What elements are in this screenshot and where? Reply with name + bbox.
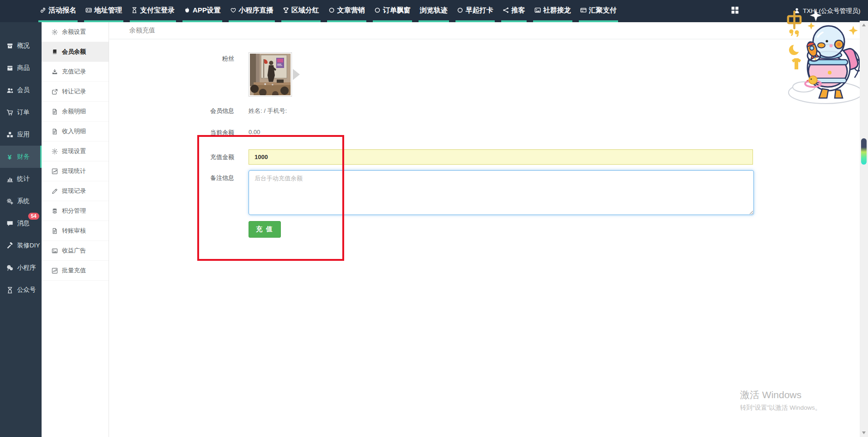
sidebar-item-4[interactable]: 应用 [0, 123, 42, 146]
fan-label: 粉丝 [109, 52, 234, 63]
scrollbar-thumb[interactable] [861, 138, 867, 165]
topnav-item-label: 支付宝登录 [140, 6, 175, 15]
fan-avatar-image[interactable] [249, 52, 292, 97]
chevron-right-decoration [293, 69, 300, 80]
sidebar-item-label: 订单 [17, 108, 30, 117]
recharge-amount-input[interactable] [249, 149, 753, 165]
address-card-icon [85, 7, 92, 13]
user-menu[interactable]: TXHL(公众号管理员) [794, 0, 861, 22]
topnav-item-label: 地址管理 [94, 6, 122, 15]
submenu-item-6[interactable]: 提现设置 [42, 142, 109, 161]
main-content: 余额充值 粉丝 [109, 22, 860, 437]
topnav-item-8[interactable]: 浏览轨迹 [419, 0, 449, 22]
sidebar-item-11[interactable]: 公众号 [0, 279, 42, 301]
sidebar-item-6[interactable]: 统计 [0, 168, 42, 190]
scrollbar-up-arrow[interactable] [860, 22, 868, 28]
gear-icon [51, 148, 58, 154]
submenu-item-12[interactable]: 批量充值 [42, 261, 109, 281]
sidebar-item-0[interactable]: 概况 [0, 35, 42, 57]
remark-textarea[interactable] [249, 170, 754, 215]
heart-icon [230, 7, 237, 13]
meeting-room-photo [250, 54, 291, 95]
cubes-icon [6, 131, 13, 138]
bar-chart-icon [6, 176, 13, 183]
submenu-item-4[interactable]: 余额明细 [42, 102, 109, 122]
credit-card-icon [580, 7, 587, 13]
topnav-item-6[interactable]: 文章营销 [327, 0, 366, 22]
submenu-item-8[interactable]: 提现记录 [42, 181, 109, 201]
scrollbar-down-arrow[interactable] [860, 430, 868, 436]
submenu-item-2[interactable]: 充值记录 [42, 62, 109, 82]
topnav-item-5[interactable]: 区域分红 [281, 0, 321, 22]
submenu-item-label: 余额明细 [62, 107, 86, 116]
grid-icon [731, 6, 739, 14]
submenu-item-label: 提现记录 [62, 187, 86, 195]
submenu-item-label: 提现统计 [62, 167, 86, 175]
user-name: TXHL(公众号管理员) [803, 7, 861, 15]
topnav-item-12[interactable]: 汇聚支付 [579, 0, 618, 22]
submenu-item-label: 收益广告 [62, 246, 86, 255]
sidebar-item-9[interactable]: 装修DIY [0, 234, 42, 257]
message-count-badge: 54 [28, 213, 39, 220]
sidebar-item-label: 消息 [17, 219, 30, 228]
recharge-amount-label: 充值金额 [109, 153, 234, 161]
sidebar-item-5[interactable]: ¥财务 [0, 146, 42, 168]
topbar: 活动报名地址管理支付宝登录APP设置小程序直播区域分红文章营销订单飘窗浏览轨迹早… [0, 0, 868, 22]
sidebar-item-label: 系统 [17, 197, 30, 205]
wechat-icon [6, 265, 13, 271]
topnav-item-0[interactable]: 活动报名 [38, 0, 78, 22]
sidebar-item-2[interactable]: 会员 [0, 79, 42, 101]
submenu-item-9[interactable]: 积分管理 [42, 201, 109, 221]
share-icon [503, 7, 509, 13]
submenu-item-11[interactable]: 收益广告 [42, 241, 109, 261]
topnav-item-11[interactable]: 社群接龙 [533, 0, 572, 22]
sidebar-item-label: 统计 [17, 175, 30, 183]
recharge-submit-button[interactable]: 充 值 [249, 221, 281, 238]
sidebar-item-3[interactable]: 订单 [0, 101, 42, 123]
form-row-balance: 当前余额 0.00 [109, 129, 860, 137]
submenu-item-0[interactable]: 余额设置 [42, 22, 109, 42]
form-row-remark: 备注信息 [109, 170, 860, 215]
sidebar-item-10[interactable]: 小程序 [0, 257, 42, 279]
sidebar-item-1[interactable]: 商品 [0, 57, 42, 79]
topnav-item-9[interactable]: 早起打卡 [455, 0, 495, 22]
topnav-item-label: 活动报名 [49, 6, 76, 15]
breadcrumb-label: 余额充值 [129, 26, 155, 35]
sidebar-item-7[interactable]: 系统 [0, 190, 42, 212]
topnav-item-label: 区域分红 [291, 6, 319, 15]
breadcrumb: 余额充值 [109, 22, 860, 39]
topnav-item-label: 订单飘窗 [383, 6, 411, 15]
hourglass-icon [6, 287, 13, 294]
submenu-item-7[interactable]: 提现统计 [42, 161, 109, 181]
submenu-item-label: 提现设置 [62, 147, 86, 155]
topnav-item-7[interactable]: 订单飘窗 [373, 0, 412, 22]
form-row-amount: 充值金额 [109, 149, 860, 165]
topnav-item-1[interactable]: 地址管理 [84, 0, 123, 22]
submenu-item-1[interactable]: 会员余额 [42, 42, 109, 62]
sidebar-item-label: 概况 [17, 42, 30, 50]
grid-menu-button[interactable] [731, 6, 739, 16]
yen-icon: ¥ [6, 154, 13, 160]
link-icon [40, 7, 46, 13]
form-row-fan: 粉丝 [109, 52, 860, 97]
sidebar-item-8[interactable]: 消息54 [0, 212, 42, 234]
topnav-item-2[interactable]: 支付宝登录 [130, 0, 176, 22]
sidebar-item-label: 应用 [17, 130, 30, 139]
file-text-icon [51, 129, 58, 135]
topnav-item-4[interactable]: 小程序直播 [229, 0, 275, 22]
submenu-item-3[interactable]: 转让记录 [42, 82, 109, 102]
topnav-item-10[interactable]: 推客 [501, 0, 527, 22]
submenu-item-5[interactable]: 收入明细 [42, 122, 109, 142]
scrollbar[interactable] [860, 21, 868, 437]
pencil-icon [51, 188, 58, 194]
current-balance-value: 0.00 [249, 129, 260, 135]
submenu-item-label: 余额设置 [62, 28, 86, 36]
current-balance-label: 当前余额 [109, 129, 234, 137]
submenu-item-10[interactable]: 转账审核 [42, 221, 109, 241]
submenu-item-label: 批量充值 [62, 266, 86, 275]
trophy-icon [283, 7, 289, 13]
submenu-item-label: 充值记录 [62, 68, 86, 76]
external-link-icon [51, 89, 58, 95]
topnav-item-3[interactable]: APP设置 [182, 0, 222, 22]
submenu-item-label: 转账审核 [62, 227, 86, 235]
